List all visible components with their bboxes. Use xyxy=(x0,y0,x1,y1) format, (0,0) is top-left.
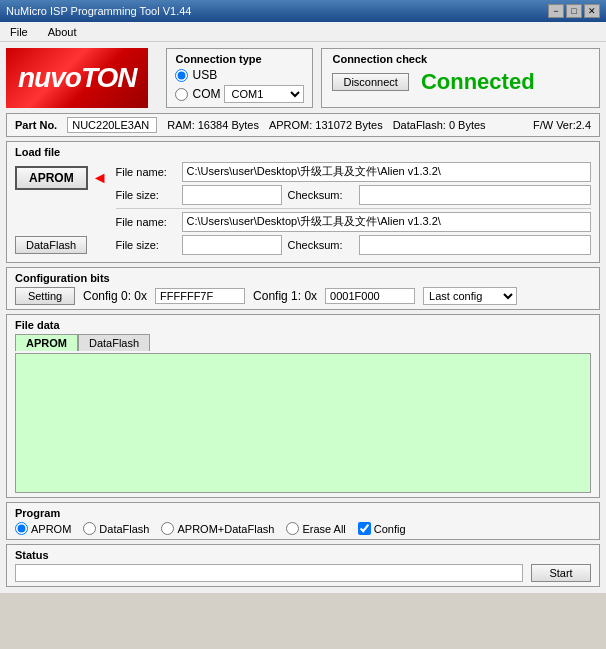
tab-aprom[interactable]: APROM xyxy=(15,334,78,351)
program-dataflash-radio[interactable] xyxy=(83,522,96,535)
file-data-label: File data xyxy=(15,319,591,331)
title-bar: NuMicro ISP Programming Tool V1.44 − □ ✕ xyxy=(0,0,606,22)
connection-type-section: Connection type USB COM COM1 xyxy=(166,48,313,108)
aprom-filesize-row: File size: Checksum: xyxy=(116,185,591,205)
aprom-filesize-label: File size: xyxy=(116,189,176,201)
connection-check-section: Connection check Disconnect Connected xyxy=(321,48,600,108)
fw-ver: F/W Ver:2.4 xyxy=(533,119,591,131)
load-file-section: Load file APROM ◄ DataFlash File name: C… xyxy=(6,141,600,263)
title-bar-buttons: − □ ✕ xyxy=(548,4,600,18)
config-bits-row: Setting Config 0: 0x Config 1: 0x Last c… xyxy=(15,287,591,305)
minimize-button[interactable]: − xyxy=(548,4,564,18)
part-value: NUC220LE3AN xyxy=(67,117,157,133)
program-label: Program xyxy=(15,507,591,519)
part-number-section: Part No. NUC220LE3AN RAM: 16384 Bytes AP… xyxy=(6,113,600,137)
program-config-checkbox[interactable] xyxy=(358,522,371,535)
menu-about[interactable]: About xyxy=(42,24,83,40)
start-button[interactable]: Start xyxy=(531,564,591,582)
aprom-filesize-input xyxy=(182,185,282,205)
aprom-filename-row: File name: C:\Users\user\Desktop\升级工具及文件… xyxy=(116,162,591,182)
program-aprom-radio[interactable] xyxy=(15,522,28,535)
program-section: Program APROM DataFlash APROM+DataFlash … xyxy=(6,502,600,540)
window-title: NuMicro ISP Programming Tool V1.44 xyxy=(6,5,191,17)
menu-bar: File About xyxy=(0,22,606,42)
connection-check-label: Connection check xyxy=(332,53,589,65)
file-data-area xyxy=(15,353,591,493)
setting-button[interactable]: Setting xyxy=(15,287,75,305)
com-select[interactable]: COM1 xyxy=(224,85,304,103)
config0-input[interactable] xyxy=(155,288,245,304)
config1-label: Config 1: 0x xyxy=(253,289,317,303)
disconnect-button[interactable]: Disconnect xyxy=(332,73,408,91)
part-label: Part No. xyxy=(15,119,57,131)
config1-input[interactable] xyxy=(325,288,415,304)
aprom-info: APROM: 131072 Bytes xyxy=(269,119,383,131)
usb-label: USB xyxy=(192,68,217,82)
load-file-label: Load file xyxy=(15,146,591,158)
close-button[interactable]: ✕ xyxy=(584,4,600,18)
com-radio-row: COM COM1 xyxy=(175,85,304,103)
usb-radio[interactable] xyxy=(175,69,188,82)
com-radio[interactable] xyxy=(175,88,188,101)
menu-file[interactable]: File xyxy=(4,24,34,40)
program-row: APROM DataFlash APROM+DataFlash Erase Al… xyxy=(15,522,591,535)
config0-label: Config 0: 0x xyxy=(83,289,147,303)
file-data-section: File data APROM DataFlash xyxy=(6,314,600,498)
connection-type-label: Connection type xyxy=(175,53,304,65)
program-erase-text: Erase All xyxy=(302,523,345,535)
tab-dataflash[interactable]: DataFlash xyxy=(78,334,150,351)
logo-area: nuvoTON xyxy=(6,48,148,108)
program-config-label: Config xyxy=(358,522,406,535)
aprom-load-button[interactable]: APROM xyxy=(15,166,88,190)
df-filename-label: File name: xyxy=(116,216,176,228)
df-filesize-input xyxy=(182,235,282,255)
status-section: Status Start xyxy=(6,544,600,587)
dataflash-info: DataFlash: 0 Bytes xyxy=(393,119,486,131)
aprom-filename-label: File name: xyxy=(116,166,176,178)
program-aprom-text: APROM xyxy=(31,523,71,535)
main-content: nuvoTON Connection type USB COM COM1 Con… xyxy=(0,42,606,593)
df-filename-input[interactable]: C:\Users\user\Desktop\升级工具及文件\Alien v1.3… xyxy=(182,212,591,232)
status-row: Start xyxy=(15,564,591,582)
dataflash-load-button[interactable]: DataFlash xyxy=(15,236,87,254)
connection-status: Connected xyxy=(421,69,535,95)
program-erase-radio[interactable] xyxy=(286,522,299,535)
program-aprom-dataflash-text: APROM+DataFlash xyxy=(177,523,274,535)
file-data-tabs: APROM DataFlash xyxy=(15,334,591,351)
status-bar xyxy=(15,564,523,582)
ram-info: RAM: 16384 Bytes xyxy=(167,119,259,131)
program-config-text: Config xyxy=(374,523,406,535)
program-dataflash-text: DataFlash xyxy=(99,523,149,535)
aprom-checksum-input xyxy=(359,185,591,205)
config-dropdown[interactable]: Last config Don't program xyxy=(423,287,517,305)
logo-text: nuvoTON xyxy=(18,62,136,94)
program-aprom-dataflash-label: APROM+DataFlash xyxy=(161,522,274,535)
aprom-checksum-label: Checksum: xyxy=(288,189,353,201)
config-bits-section: Configuration bits Setting Config 0: 0x … xyxy=(6,267,600,310)
maximize-button[interactable]: □ xyxy=(566,4,582,18)
config-bits-label: Configuration bits xyxy=(15,272,591,284)
df-filesize-row: File size: Checksum: xyxy=(116,235,591,255)
df-checksum-input xyxy=(359,235,591,255)
usb-radio-row: USB xyxy=(175,68,304,82)
com-label: COM xyxy=(192,87,220,101)
aprom-arrow-icon: ◄ xyxy=(92,169,108,187)
df-checksum-label: Checksum: xyxy=(288,239,353,251)
status-label: Status xyxy=(15,549,591,561)
program-dataflash-label: DataFlash xyxy=(83,522,149,535)
df-filename-row: File name: C:\Users\user\Desktop\升级工具及文件… xyxy=(116,212,591,232)
program-aprom-dataflash-radio[interactable] xyxy=(161,522,174,535)
aprom-filename-input[interactable]: C:\Users\user\Desktop\升级工具及文件\Alien v1.3… xyxy=(182,162,591,182)
df-filesize-label: File size: xyxy=(116,239,176,251)
program-aprom-label: APROM xyxy=(15,522,71,535)
program-erase-label: Erase All xyxy=(286,522,345,535)
